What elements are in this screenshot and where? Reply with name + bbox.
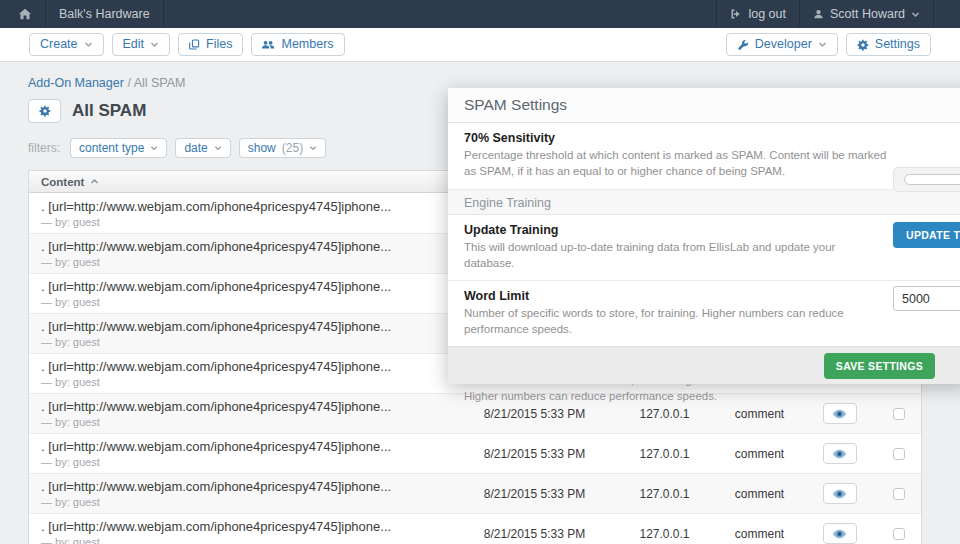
spam-settings-modal: SPAM Settings 70% Sensitivity Percentage… <box>448 88 960 384</box>
view-button[interactable] <box>823 443 857 464</box>
members-label: Members <box>281 38 333 51</box>
create-label: Create <box>40 38 78 51</box>
filter-date[interactable]: date <box>175 138 230 158</box>
spam-author-text: — by: guest <box>41 296 457 308</box>
spam-content-text: . [url=http://www.webjam.com/iphone4pric… <box>41 519 457 534</box>
spam-author-text: — by: guest <box>41 456 457 468</box>
content-cell[interactable]: . [url=http://www.webjam.com/iphone4pric… <box>29 279 457 308</box>
manage-cell <box>802 523 877 544</box>
spam-author-text: — by: guest <box>41 216 457 228</box>
update-training-field: Update Training This will download up-to… <box>448 215 960 282</box>
wrench-icon <box>737 39 749 51</box>
site-name[interactable]: Balk's Hardware <box>46 0 163 28</box>
word-limit-desc: Number of specific words to store, for t… <box>464 306 888 338</box>
row-checkbox[interactable] <box>893 448 905 460</box>
filter-show[interactable]: show (25) <box>239 138 326 158</box>
chevron-down-icon <box>214 144 222 152</box>
content-cell[interactable]: . [url=http://www.webjam.com/iphone4pric… <box>29 239 457 268</box>
date-cell: 8/21/2015 5:33 PM <box>457 487 612 501</box>
topbar: Balk's Hardware log out Scott Howard <box>0 0 960 28</box>
breadcrumb-current: All SPAM <box>134 76 186 90</box>
filters-label: filters: <box>28 141 60 155</box>
user-name-label: Scott Howard <box>830 7 905 21</box>
type-cell: comment <box>717 487 802 501</box>
save-settings-button[interactable]: SAVE SETTINGS <box>824 353 935 379</box>
spam-author-text: — by: guest <box>41 496 457 508</box>
table-row: . [url=http://www.webjam.com/iphone4pric… <box>29 513 921 544</box>
manage-cell <box>802 443 877 464</box>
word-limit-field: Word Limit Number of specific words to s… <box>448 281 960 348</box>
manage-cell <box>802 483 877 504</box>
sensitivity-label: 70% Sensitivity <box>464 131 952 145</box>
spam-settings-gear-button[interactable] <box>28 99 61 123</box>
edit-button[interactable]: Edit <box>112 33 171 56</box>
settings-button[interactable]: Settings <box>846 33 931 56</box>
logout-label: log out <box>748 7 786 21</box>
content-cell[interactable]: . [url=http://www.webjam.com/iphone4pric… <box>29 319 457 348</box>
checkbox-cell <box>877 528 921 540</box>
row-checkbox[interactable] <box>893 488 905 500</box>
ip-cell: 127.0.0.1 <box>612 447 717 461</box>
files-icon <box>189 39 200 50</box>
content-cell[interactable]: . [url=http://www.webjam.com/iphone4pric… <box>29 399 457 428</box>
topbar-spacer <box>934 0 960 28</box>
members-button[interactable]: Members <box>251 33 344 56</box>
spam-content-text: . [url=http://www.webjam.com/iphone4pric… <box>41 399 457 414</box>
content-cell[interactable]: . [url=http://www.webjam.com/iphone4pric… <box>29 439 457 468</box>
user-menu[interactable]: Scott Howard <box>800 0 933 28</box>
breadcrumb-addon-manager[interactable]: Add-On Manager <box>28 76 124 90</box>
toolbar: Create Edit Files Members Developer <box>0 28 960 62</box>
filter-content-type[interactable]: content type <box>70 138 167 158</box>
engine-training-section: Engine Training <box>448 190 960 215</box>
content-cell[interactable]: . [url=http://www.webjam.com/iphone4pric… <box>29 199 457 228</box>
table-row: . [url=http://www.webjam.com/iphone4pric… <box>29 473 921 513</box>
files-button[interactable]: Files <box>178 33 243 56</box>
gear-icon <box>39 105 51 117</box>
word-limit-label: Word Limit <box>464 289 952 303</box>
user-icon <box>813 9 824 20</box>
home-button[interactable] <box>0 0 45 28</box>
logout-icon <box>730 8 742 20</box>
eye-icon <box>833 529 846 539</box>
chevron-down-icon <box>309 144 317 152</box>
chevron-down-icon <box>150 144 158 152</box>
spam-author-text: — by: guest <box>41 536 457 544</box>
spam-content-text: . [url=http://www.webjam.com/iphone4pric… <box>41 319 457 334</box>
table-row: . [url=http://www.webjam.com/iphone4pric… <box>29 433 921 473</box>
content-column-label: Content <box>41 176 84 188</box>
site-name-label: Balk's Hardware <box>59 7 150 21</box>
date-cell: 8/21/2015 5:33 PM <box>457 447 612 461</box>
spam-content-text: . [url=http://www.webjam.com/iphone4pric… <box>41 239 457 254</box>
view-button[interactable] <box>823 483 857 504</box>
view-button[interactable] <box>823 523 857 544</box>
checkbox-cell <box>877 488 921 500</box>
gear-icon <box>857 39 869 51</box>
filter-date-label: date <box>184 142 207 154</box>
update-training-button[interactable]: UPDATE TRAINING DATA <box>893 222 960 248</box>
content-limit-desc-line2: Higher numbers can reduce performance sp… <box>464 389 888 405</box>
word-limit-input[interactable] <box>893 286 960 311</box>
sensitivity-field: 70% Sensitivity Percentage threshold at … <box>448 123 960 190</box>
sensitivity-desc: Percentage threshold at which content is… <box>464 148 888 180</box>
create-button[interactable]: Create <box>29 33 104 56</box>
chevron-down-icon <box>911 10 920 19</box>
content-cell[interactable]: . [url=http://www.webjam.com/iphone4pric… <box>29 359 457 388</box>
ip-cell: 127.0.0.1 <box>612 487 717 501</box>
spam-author-text: — by: guest <box>41 256 457 268</box>
chevron-down-icon <box>84 40 93 49</box>
update-training-desc: This will download up-to-date training d… <box>464 240 888 272</box>
content-cell[interactable]: . [url=http://www.webjam.com/iphone4pric… <box>29 519 457 544</box>
type-cell: comment <box>717 527 802 541</box>
logout-button[interactable]: log out <box>717 0 799 28</box>
filter-show-count: (25) <box>282 142 303 154</box>
slider-track[interactable] <box>904 174 960 185</box>
row-checkbox[interactable] <box>893 528 905 540</box>
page-title: All SPAM <box>72 101 146 121</box>
content-cell[interactable]: . [url=http://www.webjam.com/iphone4pric… <box>29 479 457 508</box>
spam-content-text: . [url=http://www.webjam.com/iphone4pric… <box>41 359 457 374</box>
spam-author-text: — by: guest <box>41 376 457 388</box>
eye-icon <box>833 449 846 459</box>
update-training-label: Update Training <box>464 223 952 237</box>
developer-button[interactable]: Developer <box>726 33 838 56</box>
sensitivity-slider[interactable] <box>893 167 960 192</box>
